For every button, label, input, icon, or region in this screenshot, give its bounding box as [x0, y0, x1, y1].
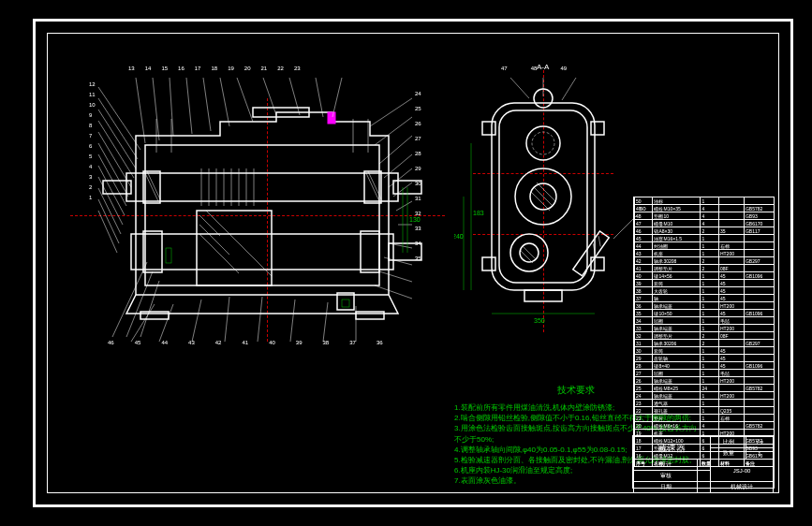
svg-line-78 [323, 302, 328, 342]
dim-h1: 183 [473, 210, 484, 216]
parts-row: 22视孔盖1Q235 [635, 407, 775, 415]
svg-rect-6 [126, 173, 398, 201]
parts-row: 46销A8×30235GB117 [635, 227, 775, 235]
parts-row: 29齿轮轴145 [635, 355, 775, 362]
cad-viewport: 130 131415 161718 192021 2223 121110 987… [0, 0, 812, 526]
svg-line-41 [203, 78, 211, 131]
svg-line-40 [186, 78, 192, 134]
svg-rect-1 [328, 112, 335, 124]
svg-line-76 [258, 297, 262, 342]
svg-line-29 [199, 225, 229, 255]
balloons-top: 131415 161718 192021 2223 [128, 66, 301, 71]
parts-row: 23通气器1 [635, 400, 775, 407]
parts-row: 27毡圈1毛毡 [635, 370, 775, 377]
svg-line-62 [379, 136, 412, 164]
section-drawing: 130 [89, 61, 426, 351]
svg-line-43 [237, 78, 253, 122]
parts-row: 36轴承端盖1HT200 [635, 302, 775, 310]
parts-row: 43机座1HT200 [635, 250, 775, 257]
svg-line-45 [289, 78, 300, 115]
parts-row: 25螺栓M8×2524GB5782 [635, 385, 775, 392]
parts-row: 40键14×56145GB1096 [635, 272, 775, 280]
parts-list: 50油标149螺栓M10×354GB578248垫圈104GB9347螺母M10… [633, 197, 775, 467]
svg-rect-88 [591, 122, 604, 135]
svg-rect-25 [143, 231, 162, 272]
svg-line-50 [98, 110, 136, 168]
balloons-bottom: 464544 434241 403938 3736 [108, 340, 383, 345]
svg-rect-23 [131, 234, 393, 270]
balloons-right: 242526 272829 3031 3233 3435 [415, 91, 421, 261]
svg-line-72 [131, 304, 155, 342]
parts-row: 30套筒145 [635, 347, 775, 355]
parts-row: 47螺母M104GB6170 [635, 220, 775, 227]
parts-row: 49螺栓M10×354GB5782 [635, 205, 775, 212]
svg-line-51 [98, 121, 134, 178]
svg-rect-36 [356, 312, 384, 319]
svg-rect-27 [197, 211, 272, 285]
svg-rect-87 [482, 122, 495, 135]
dim-h2: 240 [454, 233, 464, 240]
svg-line-77 [290, 300, 295, 342]
svg-line-66 [396, 201, 412, 211]
balloons-left: 121110 987 654 321 [89, 81, 96, 200]
svg-rect-35 [140, 312, 169, 319]
svg-point-92 [526, 126, 560, 160]
svg-line-75 [225, 297, 229, 342]
parts-row: 41调整垫片208F [635, 265, 775, 272]
parts-row: 28键8×40145GB1096 [635, 362, 775, 370]
section-view: 130 131415 161718 192021 2223 121110 987… [89, 61, 426, 342]
svg-line-107 [510, 78, 529, 98]
parts-row: 34毡圈1毛毡 [635, 317, 775, 325]
parts-row: 42轴承302082GB297 [635, 257, 775, 265]
parts-row: 37轴145 [635, 295, 775, 302]
svg-line-98 [537, 183, 555, 201]
svg-line-101 [523, 246, 536, 259]
svg-line-31 [206, 211, 272, 276]
leader-lines-top [136, 78, 342, 143]
svg-line-73 [159, 304, 173, 342]
side-drawing: 240 183 350 [454, 70, 660, 342]
svg-line-60 [370, 98, 412, 126]
svg-line-80 [112, 262, 147, 337]
side-view: A-A [454, 70, 642, 332]
parts-row: 24轴承端盖1HT200 [635, 392, 775, 400]
balloons-side: 474849 [501, 66, 567, 71]
svg-rect-34 [342, 300, 349, 307]
svg-line-70 [379, 271, 412, 282]
parts-row: 31轴承302062GB297 [635, 340, 775, 347]
drawing-area: 130 131415 161718 192021 2223 121110 987… [52, 37, 775, 489]
svg-rect-26 [361, 231, 379, 272]
svg-line-71 [375, 285, 412, 299]
svg-line-97 [531, 192, 550, 211]
parts-row: 38大齿轮145 [635, 287, 775, 295]
parts-row: 44封油圈1石棉 [635, 242, 775, 250]
svg-line-74 [192, 300, 201, 342]
svg-line-11 [145, 173, 158, 201]
svg-line-48 [98, 87, 140, 150]
svg-rect-33 [166, 248, 171, 263]
drawing-number: JSJ-00 [710, 460, 773, 482]
svg-line-109 [562, 78, 576, 100]
svg-line-82 [140, 281, 159, 337]
svg-line-58 [98, 199, 119, 243]
svg-line-61 [375, 117, 412, 145]
svg-line-59 [98, 211, 117, 253]
svg-line-30 [199, 234, 239, 273]
svg-line-46 [316, 78, 323, 117]
dim-w1: 350 [534, 317, 545, 324]
svg-line-13 [366, 173, 379, 201]
title-block: 减速器 比例1:2 数量1 设计 JSJ-00 审核 日期 机械设计 [632, 435, 775, 489]
svg-line-49 [98, 98, 138, 159]
svg-line-52 [98, 132, 131, 187]
parts-row: 33轴承端盖1HT200 [635, 325, 775, 332]
svg-line-42 [220, 78, 229, 126]
parts-row: 45油塞M16×1.51 [635, 235, 775, 242]
svg-line-96 [534, 187, 553, 206]
parts-row: 21垫片1石棉 [635, 415, 775, 422]
svg-rect-106 [524, 290, 562, 301]
drawing-name: 减速器 [634, 437, 711, 460]
parts-row: 20螺栓M6×164GB5782 [635, 422, 775, 430]
svg-line-38 [153, 78, 159, 140]
parts-row: 35键10×50145GB1096 [635, 310, 775, 317]
svg-point-93 [532, 132, 554, 154]
